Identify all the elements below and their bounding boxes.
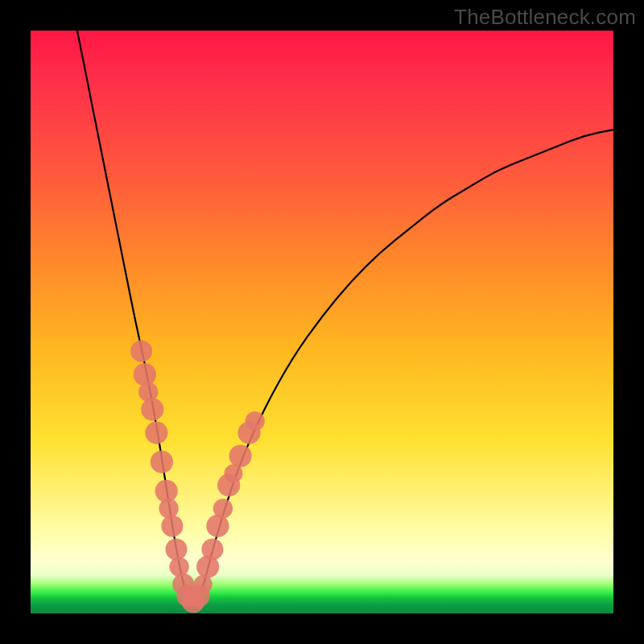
marker-dot [206,514,229,537]
marker-dot [246,411,265,431]
marker-dot [134,363,156,386]
marker-dot [145,422,167,444]
marker-dot [151,451,173,473]
marker-dot [159,499,178,518]
marker-dot [169,557,188,576]
bottleneck-curve [77,31,613,602]
marker-dot [166,539,188,560]
watermark-label: TheBottleneck.com [454,5,636,30]
marker-dot [130,341,152,362]
marker-dot [229,444,252,467]
plot-area [31,31,613,613]
marker-dot [161,515,183,537]
curve-layer [31,31,613,613]
valley-markers [130,341,265,613]
marker-dot [141,398,163,421]
outer-frame: TheBottleneck.com [0,0,644,644]
marker-dot [201,539,223,560]
marker-dot [213,499,233,518]
